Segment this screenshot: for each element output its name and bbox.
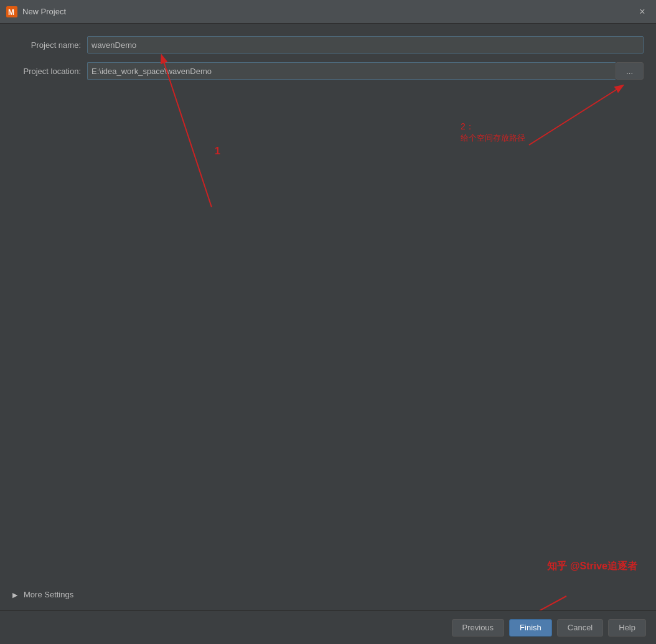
project-name-label: Project name: — [12, 40, 87, 50]
dialog-icon: M — [6, 6, 17, 17]
more-settings-arrow-icon: ▶ — [12, 591, 20, 599]
cancel-button[interactable]: Cancel — [557, 619, 603, 637]
project-name-input[interactable] — [87, 36, 644, 54]
close-icon: × — [639, 6, 645, 17]
previous-button[interactable]: Previous — [452, 619, 505, 637]
dialog-title: New Project — [22, 7, 635, 16]
more-settings-row[interactable]: ▶ More Settings — [12, 585, 644, 604]
browse-button[interactable]: ... — [616, 62, 644, 80]
svg-text:M: M — [8, 8, 14, 17]
project-location-label: Project location: — [12, 67, 87, 76]
project-location-input-group: ... — [87, 62, 644, 80]
new-project-dialog: M New Project × Project name: Project lo… — [0, 0, 656, 644]
main-empty-area — [12, 88, 644, 585]
bottom-bar: Previous Finish Cancel Help — [0, 610, 656, 644]
finish-button[interactable]: Finish — [509, 619, 552, 637]
project-name-row: Project name: — [12, 36, 644, 54]
close-button[interactable]: × — [635, 4, 650, 19]
help-button[interactable]: Help — [608, 619, 646, 637]
content-area: Project name: Project location: ... ▶ Mo… — [0, 24, 656, 610]
project-location-row: Project location: ... — [12, 62, 644, 80]
title-bar: M New Project × — [0, 0, 656, 24]
project-location-input[interactable] — [87, 62, 616, 80]
more-settings-label: More Settings — [24, 590, 73, 599]
